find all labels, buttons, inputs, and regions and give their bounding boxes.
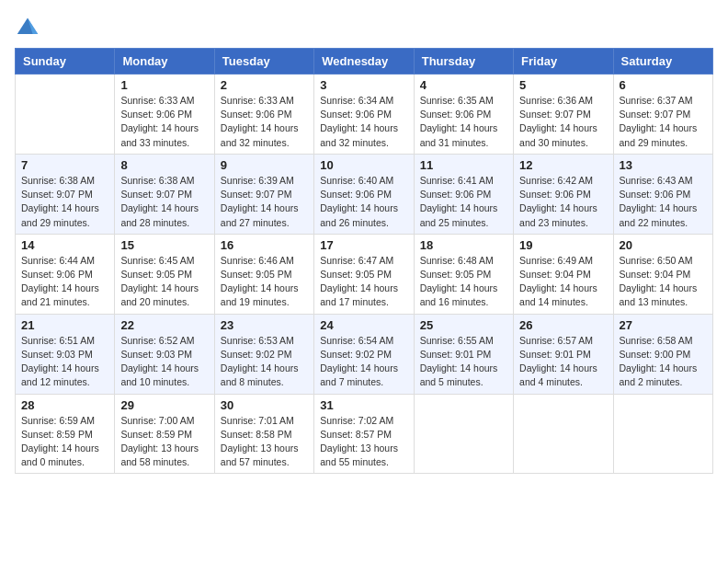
calendar-day-cell [514, 394, 613, 474]
daylight-text: Daylight: 13 hours and 58 minutes. [120, 442, 199, 467]
sunset-text: Sunset: 9:01 PM [519, 349, 591, 360]
calendar-week-row: 21 Sunrise: 6:51 AM Sunset: 9:03 PM Dayl… [16, 314, 713, 394]
sunset-text: Sunset: 9:06 PM [320, 189, 392, 200]
day-info: Sunrise: 6:45 AM Sunset: 9:05 PM Dayligh… [120, 254, 208, 310]
day-of-week-header: Saturday [613, 49, 712, 75]
calendar-day-cell: 27 Sunrise: 6:58 AM Sunset: 9:00 PM Dayl… [613, 314, 712, 394]
sunset-text: Sunset: 9:07 PM [21, 189, 93, 200]
day-number: 14 [21, 238, 108, 252]
day-info: Sunrise: 6:40 AM Sunset: 9:06 PM Dayligh… [320, 174, 407, 230]
day-number: 26 [519, 318, 607, 332]
sunset-text: Sunset: 9:07 PM [221, 189, 292, 200]
daylight-text: Daylight: 14 hours and 13 minutes. [620, 282, 698, 307]
calendar-week-row: 14 Sunrise: 6:44 AM Sunset: 9:06 PM Dayl… [16, 234, 713, 314]
calendar-day-cell [16, 75, 115, 155]
calendar-day-cell: 17 Sunrise: 6:47 AM Sunset: 9:05 PM Dayl… [314, 234, 414, 314]
day-info: Sunrise: 6:33 AM Sunset: 9:06 PM Dayligh… [120, 94, 208, 150]
day-info: Sunrise: 6:36 AM Sunset: 9:07 PM Dayligh… [519, 94, 607, 150]
sunrise-text: Sunrise: 6:45 AM [120, 255, 194, 266]
sunrise-text: Sunrise: 6:52 AM [120, 335, 194, 346]
day-number: 31 [320, 398, 407, 412]
day-info: Sunrise: 7:02 AM Sunset: 8:57 PM Dayligh… [320, 414, 407, 470]
day-number: 27 [620, 318, 707, 332]
sunset-text: Sunset: 9:07 PM [120, 189, 192, 200]
day-of-week-header: Sunday [16, 49, 115, 75]
calendar-week-row: 1 Sunrise: 6:33 AM Sunset: 9:06 PM Dayli… [16, 75, 713, 155]
day-info: Sunrise: 6:33 AM Sunset: 9:06 PM Dayligh… [221, 94, 308, 150]
sunrise-text: Sunrise: 6:34 AM [320, 95, 393, 106]
day-info: Sunrise: 6:46 AM Sunset: 9:05 PM Dayligh… [221, 254, 308, 310]
sunset-text: Sunset: 9:06 PM [420, 109, 492, 120]
day-number: 17 [320, 238, 407, 252]
calendar-day-cell: 7 Sunrise: 6:38 AM Sunset: 9:07 PM Dayli… [16, 154, 115, 234]
day-info: Sunrise: 6:37 AM Sunset: 9:07 PM Dayligh… [620, 94, 707, 150]
day-number: 16 [221, 238, 308, 252]
calendar-day-cell: 18 Sunrise: 6:48 AM Sunset: 9:05 PM Dayl… [414, 234, 513, 314]
sunset-text: Sunset: 9:05 PM [120, 269, 192, 280]
sunrise-text: Sunrise: 6:51 AM [21, 335, 95, 346]
calendar-day-cell: 14 Sunrise: 6:44 AM Sunset: 9:06 PM Dayl… [16, 234, 115, 314]
day-info: Sunrise: 6:39 AM Sunset: 9:07 PM Dayligh… [221, 174, 308, 230]
daylight-text: Daylight: 14 hours and 17 minutes. [320, 282, 398, 307]
day-info: Sunrise: 6:38 AM Sunset: 9:07 PM Dayligh… [21, 174, 108, 230]
day-of-week-header: Tuesday [214, 49, 313, 75]
calendar-day-cell: 6 Sunrise: 6:37 AM Sunset: 9:07 PM Dayli… [613, 75, 712, 155]
sunset-text: Sunset: 9:06 PM [519, 189, 591, 200]
calendar-day-cell: 13 Sunrise: 6:43 AM Sunset: 9:06 PM Dayl… [613, 154, 712, 234]
calendar-header-row: SundayMondayTuesdayWednesdayThursdayFrid… [16, 49, 713, 75]
sunset-text: Sunset: 9:01 PM [420, 349, 492, 360]
day-number: 20 [620, 238, 707, 252]
day-number: 18 [420, 238, 507, 252]
sunrise-text: Sunrise: 6:41 AM [420, 175, 494, 186]
day-info: Sunrise: 6:55 AM Sunset: 9:01 PM Dayligh… [420, 334, 507, 390]
daylight-text: Daylight: 13 hours and 57 minutes. [221, 442, 299, 467]
day-info: Sunrise: 7:01 AM Sunset: 8:58 PM Dayligh… [221, 414, 308, 470]
calendar-day-cell: 8 Sunrise: 6:38 AM Sunset: 9:07 PM Dayli… [115, 154, 214, 234]
day-number: 1 [120, 78, 208, 92]
day-info: Sunrise: 6:41 AM Sunset: 9:06 PM Dayligh… [420, 174, 507, 230]
sunrise-text: Sunrise: 6:39 AM [221, 175, 294, 186]
day-info: Sunrise: 6:51 AM Sunset: 9:03 PM Dayligh… [21, 334, 108, 390]
sunset-text: Sunset: 9:02 PM [320, 349, 392, 360]
day-info: Sunrise: 6:59 AM Sunset: 8:59 PM Dayligh… [21, 414, 108, 470]
day-number: 7 [21, 158, 108, 172]
sunset-text: Sunset: 9:03 PM [120, 349, 192, 360]
day-number: 29 [120, 398, 208, 412]
calendar-day-cell: 31 Sunrise: 7:02 AM Sunset: 8:57 PM Dayl… [314, 394, 414, 474]
daylight-text: Daylight: 14 hours and 30 minutes. [519, 122, 597, 147]
daylight-text: Daylight: 14 hours and 16 minutes. [420, 282, 498, 307]
day-number: 6 [620, 78, 707, 92]
sunrise-text: Sunrise: 6:40 AM [320, 175, 393, 186]
sunrise-text: Sunrise: 6:36 AM [519, 95, 593, 106]
calendar-day-cell: 19 Sunrise: 6:49 AM Sunset: 9:04 PM Dayl… [514, 234, 613, 314]
sunset-text: Sunset: 9:07 PM [620, 109, 691, 120]
daylight-text: Daylight: 14 hours and 29 minutes. [21, 202, 99, 227]
calendar-day-cell: 24 Sunrise: 6:54 AM Sunset: 9:02 PM Dayl… [314, 314, 414, 394]
day-number: 30 [221, 398, 308, 412]
daylight-text: Daylight: 14 hours and 25 minutes. [420, 202, 498, 227]
sunrise-text: Sunrise: 6:33 AM [120, 95, 194, 106]
calendar-day-cell: 9 Sunrise: 6:39 AM Sunset: 9:07 PM Dayli… [214, 154, 313, 234]
sunrise-text: Sunrise: 7:02 AM [320, 415, 393, 426]
daylight-text: Daylight: 14 hours and 2 minutes. [620, 362, 698, 387]
daylight-text: Daylight: 14 hours and 28 minutes. [120, 202, 199, 227]
calendar-day-cell: 20 Sunrise: 6:50 AM Sunset: 9:04 PM Dayl… [613, 234, 712, 314]
day-info: Sunrise: 6:54 AM Sunset: 9:02 PM Dayligh… [320, 334, 407, 390]
calendar-table: SundayMondayTuesdayWednesdayThursdayFrid… [15, 48, 713, 474]
day-info: Sunrise: 6:43 AM Sunset: 9:06 PM Dayligh… [620, 174, 707, 230]
day-info: Sunrise: 6:34 AM Sunset: 9:06 PM Dayligh… [320, 94, 407, 150]
daylight-text: Daylight: 14 hours and 31 minutes. [420, 122, 498, 147]
sunset-text: Sunset: 9:05 PM [420, 269, 492, 280]
day-number: 12 [519, 158, 607, 172]
day-number: 23 [221, 318, 308, 332]
day-number: 25 [420, 318, 507, 332]
calendar-day-cell: 1 Sunrise: 6:33 AM Sunset: 9:06 PM Dayli… [115, 75, 214, 155]
sunset-text: Sunset: 8:58 PM [221, 429, 292, 440]
day-number: 4 [420, 78, 507, 92]
sunset-text: Sunset: 9:02 PM [221, 349, 292, 360]
sunrise-text: Sunrise: 6:44 AM [21, 255, 95, 266]
calendar-day-cell: 2 Sunrise: 6:33 AM Sunset: 9:06 PM Dayli… [214, 75, 313, 155]
calendar-day-cell: 30 Sunrise: 7:01 AM Sunset: 8:58 PM Dayl… [214, 394, 313, 474]
sunrise-text: Sunrise: 6:55 AM [420, 335, 494, 346]
day-number: 22 [120, 318, 208, 332]
